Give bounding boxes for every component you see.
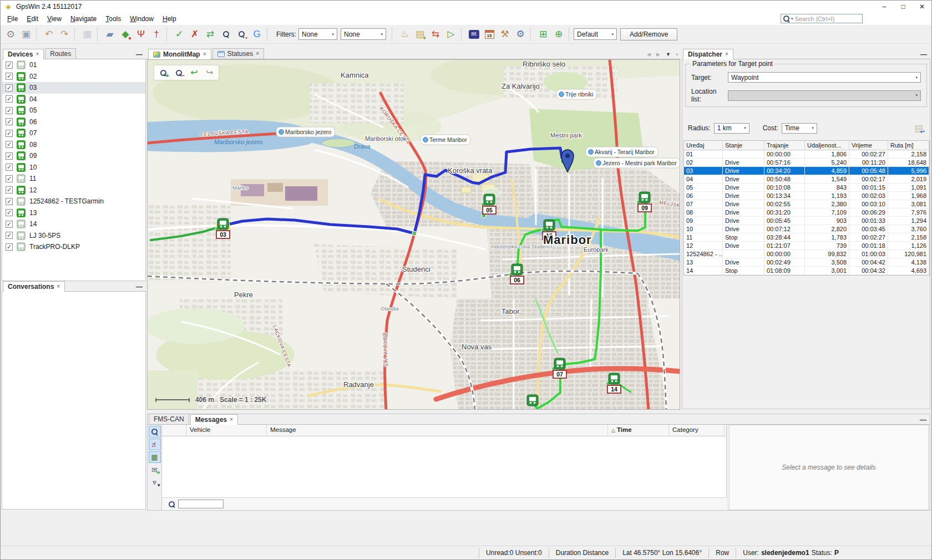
close-icon[interactable]: × (256, 49, 259, 59)
calendar-icon[interactable]: 15 (482, 27, 497, 42)
find-user-icon[interactable]: • (234, 27, 249, 42)
column-header-rutam[interactable]: Ruta [m] (888, 141, 929, 150)
broom-icon[interactable]: ♨ (397, 27, 412, 42)
device-row[interactable]: ✓01 (2, 59, 145, 71)
layout-select[interactable]: Default▾ (574, 28, 617, 40)
table-row[interactable]: 12Drive01:21:0773900:01:181,126 (684, 242, 929, 250)
duplicate-window-icon[interactable]: ▣ (18, 27, 34, 42)
cost-select[interactable]: Time▾ (782, 123, 817, 134)
location-list-select[interactable]: ▾ (728, 90, 921, 101)
column-header-stanje[interactable]: Stanje (723, 141, 764, 150)
zoom-in-button[interactable]: + (157, 67, 169, 78)
menu-window[interactable]: Window (125, 14, 158, 24)
column-header-trajanje[interactable]: Trajanje (764, 141, 805, 150)
close-window-button[interactable]: ✕ (913, 1, 931, 13)
column-header-udaljenost[interactable]: Udaljenost... (805, 141, 849, 150)
add-device-icon[interactable]: ⊕ (551, 27, 566, 42)
message-search-icon[interactable] (149, 426, 161, 437)
tab-messages[interactable]: Messages× (190, 414, 238, 425)
view-back-button[interactable]: ↩ (188, 67, 200, 78)
menu-help[interactable]: Help (158, 14, 181, 24)
close-icon[interactable]: × (203, 49, 206, 59)
device-row[interactable]: ✓14 (2, 218, 145, 230)
table-row[interactable]: 03Drive00:34:204,85900:05:485,996 (684, 167, 929, 175)
close-icon[interactable]: × (36, 49, 39, 59)
folders-icon[interactable]: ▰ (102, 27, 118, 42)
device-row[interactable]: ✓TrackPRO-DLKP (2, 241, 145, 253)
mail-icon[interactable]: ✉ (466, 27, 482, 42)
sound-icon[interactable]: ♬ (149, 439, 161, 450)
device-checkbox[interactable]: ✓ (6, 186, 13, 194)
tab-monolitmap[interactable]: MonolitMap× (148, 49, 211, 59)
column-header-time[interactable]: △Time (608, 425, 669, 436)
device-checkbox[interactable]: ✓ (6, 118, 13, 125)
column-header-category[interactable]: Category (669, 425, 725, 436)
column-header-message[interactable]: Message (267, 425, 608, 436)
vehicle-icon[interactable]: ▦ (79, 27, 95, 42)
device-row[interactable]: ✓02 (2, 71, 145, 83)
device-checkbox[interactable]: ✓ (6, 232, 13, 239)
device-checkbox[interactable]: ✓ (6, 62, 13, 69)
column-header-blank[interactable] (162, 425, 186, 436)
vehicle-marker-03[interactable]: 03 (215, 218, 231, 238)
cancel-icon[interactable]: ✗ (187, 27, 202, 42)
column-header-vehicle[interactable]: Vehicle (186, 425, 267, 436)
menu-navigate[interactable]: Navigate (66, 14, 101, 24)
device-checkbox[interactable]: ✓ (6, 107, 13, 114)
table-row[interactable]: 05Drive00:10:0884300:01:151,091 (684, 184, 929, 192)
vehicle-marker[interactable] (527, 395, 538, 406)
device-row[interactable]: ✓11 (2, 173, 145, 185)
tab-devices[interactable]: Devices× (3, 49, 44, 59)
menu-tools[interactable]: Tools (101, 14, 125, 24)
column-header-vrijeme[interactable]: Vrijeme (849, 141, 888, 150)
table-row[interactable]: 0100:00:001,80600:02:272,158 (684, 150, 929, 159)
device-checkbox[interactable]: ✓ (6, 209, 13, 216)
device-row[interactable]: ✓06 (2, 116, 145, 128)
tab-list-icon[interactable]: ▼ (666, 52, 671, 57)
device-row[interactable]: ✓10 (2, 162, 145, 174)
tab-fms-can[interactable]: FMS-CAN (149, 414, 189, 424)
device-row[interactable]: ✓03 (2, 82, 145, 94)
device-row[interactable]: ✓04 (2, 94, 145, 105)
close-icon[interactable]: × (230, 415, 233, 425)
tab-dispatcher[interactable]: Dispatcher × (683, 49, 733, 59)
device-checkbox[interactable]: ✓ (6, 243, 13, 251)
minimize-window-button[interactable]: – (875, 1, 894, 13)
forward-message-icon[interactable]: ✉➔ (149, 464, 161, 476)
minimize-panel-button[interactable]: — (917, 49, 930, 59)
search-input[interactable] (795, 16, 860, 22)
tools-icon[interactable]: ⚒ (497, 27, 513, 42)
radius-select[interactable]: 1 km▾ (714, 123, 749, 134)
undo-icon[interactable]: ↶ (41, 27, 57, 42)
maximize-window-button[interactable]: □ (894, 1, 913, 13)
device-checkbox[interactable]: ✓ (6, 141, 13, 148)
refresh-icon[interactable]: ⇄ (202, 27, 218, 42)
settings-tools-icon[interactable]: ⚙ (513, 27, 528, 42)
device-checkbox[interactable]: ✓ (6, 175, 13, 182)
table-row[interactable]: 07Drive00:02:552,38000:03:103,081 (684, 200, 929, 208)
minimize-panel-button[interactable]: — (133, 49, 146, 59)
tab-conversations[interactable]: Conversations × (3, 281, 65, 292)
device-row[interactable]: ✓12 (2, 185, 145, 196)
show-on-map-icon[interactable]: ▦ (149, 451, 161, 463)
google-maps-icon[interactable]: G (249, 27, 265, 42)
table-row[interactable]: 11Stop03:28:441,78300:02:272,158 (684, 233, 929, 242)
preview-search-icon[interactable] (218, 27, 234, 42)
table-row[interactable]: 10Drive00:07:122,82000:03:453,760 (684, 225, 929, 233)
filter-select-2[interactable]: None▾ (341, 28, 386, 40)
sync-icon[interactable]: ⇆ (428, 27, 443, 42)
zoom-out-button[interactable]: − (173, 67, 185, 78)
tab-routes[interactable]: Routes (45, 48, 76, 59)
table-row[interactable]: 12524862 - ...00:00:0099,83201:00:03120,… (684, 250, 929, 258)
device-checkbox[interactable]: ✓ (6, 95, 13, 103)
minimize-panel-button[interactable]: — (916, 415, 930, 424)
table-row[interactable]: 02Drive00:57:165,24000:11:2018,648 (684, 159, 929, 167)
float-panel-icon[interactable]: ▫ (676, 52, 678, 57)
route-report-button[interactable]: ▤ ↩ (911, 120, 926, 136)
device-checkbox[interactable]: ✓ (6, 198, 13, 205)
table-row[interactable]: 08Drive00:31:207,10900:06:297,976 (684, 208, 929, 217)
device-row[interactable]: ✓07 (2, 128, 145, 139)
play-icon[interactable]: ▷ (443, 27, 459, 42)
device-checkbox[interactable]: ✓ (6, 152, 13, 160)
device-row[interactable]: ✓LJ 30-5PS (2, 230, 145, 242)
